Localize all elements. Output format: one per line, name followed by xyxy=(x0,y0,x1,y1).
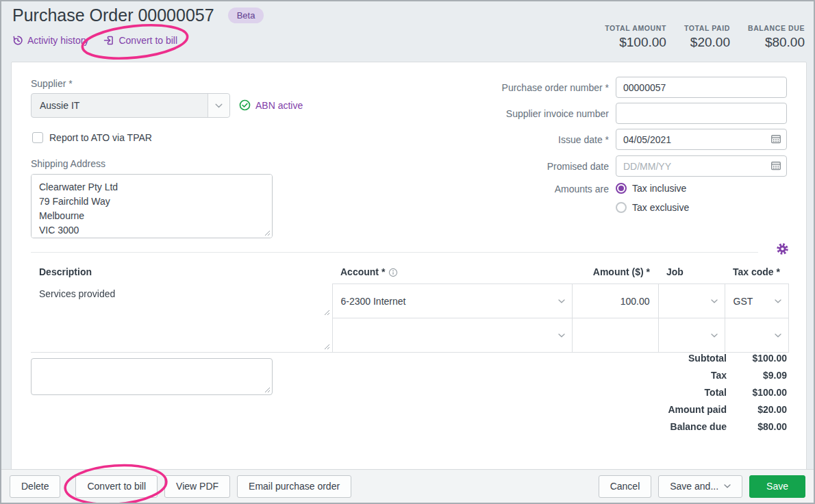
total-row: Total $100.00 xyxy=(668,383,787,401)
notes-wrap xyxy=(31,358,273,395)
tax-inclusive-radio[interactable]: Tax inclusive xyxy=(616,183,787,194)
chevron-down-icon[interactable] xyxy=(558,299,565,303)
save-and-dropdown-button[interactable]: Save and... xyxy=(658,475,742,498)
shipping-address-textarea[interactable]: Clearwater Pty Ltd 79 Fairchild Way Melb… xyxy=(31,174,273,238)
summary-total-amount: TOTAL AMOUNT $100.00 xyxy=(605,24,666,50)
supplier-invoice-input[interactable] xyxy=(616,103,787,124)
tax-code-header: Tax code * xyxy=(725,262,788,284)
amount-cell[interactable]: 100.00 xyxy=(572,284,658,318)
chevron-down-icon[interactable] xyxy=(775,299,781,303)
totals-panel: Subtotal $100.00 Tax $9.09 Total $100.00… xyxy=(668,349,787,435)
save-button[interactable]: Save xyxy=(749,475,805,498)
promised-date-label: Promised date xyxy=(368,161,616,172)
issue-date-row: Issue date * xyxy=(368,129,787,150)
supplier-label: Supplier * xyxy=(31,78,73,89)
amount-cell[interactable] xyxy=(572,318,658,353)
chevron-down-icon[interactable] xyxy=(775,333,781,338)
supplier-invoice-row: Supplier invoice number xyxy=(368,103,787,124)
supplier-combobox[interactable]: Aussie IT xyxy=(31,93,230,118)
header-links: Activity history Convert to bill xyxy=(12,35,177,46)
description-cell[interactable]: Services provided xyxy=(31,284,332,318)
convert-to-bill-link-label: Convert to bill xyxy=(118,35,177,46)
info-icon[interactable] xyxy=(388,268,398,277)
line-item-row: Services provided 6-2300 Internet 100.00… xyxy=(31,284,788,318)
view-pdf-button[interactable]: View PDF xyxy=(164,475,230,498)
chevron-down-icon[interactable] xyxy=(558,333,565,338)
abn-status-label: ABN active xyxy=(255,100,303,111)
convert-to-bill-link[interactable]: Convert to bill xyxy=(103,35,177,46)
amount-header: Amount ($) * xyxy=(572,262,658,284)
description-cell[interactable] xyxy=(31,318,332,353)
tpar-checkbox[interactable] xyxy=(32,132,43,143)
section-divider xyxy=(31,252,758,253)
description-textarea[interactable]: Services provided xyxy=(31,284,332,317)
description-textarea[interactable] xyxy=(31,318,332,351)
line-items-table: Description Account * Amount ($) * Job T… xyxy=(31,262,789,353)
convert-to-bill-icon xyxy=(103,35,114,46)
tax-exclusive-radio[interactable]: Tax exclusive xyxy=(616,202,787,213)
amounts-are-label: Amounts are xyxy=(368,183,616,194)
line-item-row xyxy=(31,318,788,353)
history-icon xyxy=(12,35,23,46)
summary-totals: TOTAL AMOUNT $100.00 TOTAL PAID $20.00 B… xyxy=(605,24,805,50)
radio-icon[interactable] xyxy=(616,183,627,194)
calendar-icon[interactable] xyxy=(770,134,781,144)
chevron-down-icon xyxy=(724,484,731,488)
subtotal-row: Subtotal $100.00 xyxy=(668,349,787,366)
description-header: Description xyxy=(31,262,332,284)
supplier-invoice-label: Supplier invoice number xyxy=(368,108,616,119)
chevron-down-icon[interactable] xyxy=(711,333,718,338)
field-settings-gear-icon[interactable] xyxy=(777,243,788,255)
email-purchase-order-button[interactable]: Email purchase order xyxy=(237,475,351,498)
job-cell[interactable] xyxy=(658,318,725,353)
chevron-down-icon[interactable] xyxy=(711,299,718,303)
tax-code-cell[interactable]: GST xyxy=(725,284,788,318)
amount-paid-row: Amount paid $20.00 xyxy=(668,401,787,418)
notes-textarea[interactable] xyxy=(31,358,273,395)
radio-icon[interactable] xyxy=(616,202,627,213)
tax-row: Tax $9.09 xyxy=(668,366,787,383)
promised-date-input[interactable] xyxy=(616,155,787,177)
chevron-down-icon[interactable] xyxy=(208,94,229,117)
activity-history-link[interactable]: Activity history xyxy=(12,35,88,46)
summary-total-paid: TOTAL PAID $20.00 xyxy=(684,24,730,50)
activity-history-label: Activity history xyxy=(27,35,88,46)
beta-badge: Beta xyxy=(228,8,264,23)
convert-to-bill-button[interactable]: Convert to bill xyxy=(75,475,158,498)
line-items-header-row: Description Account * Amount ($) * Job T… xyxy=(31,262,788,284)
check-circle-icon xyxy=(239,99,251,111)
account-header: Account * xyxy=(332,262,572,284)
tax-exclusive-label: Tax exclusive xyxy=(632,202,689,213)
issue-date-label: Issue date * xyxy=(368,134,616,145)
cancel-button[interactable]: Cancel xyxy=(599,475,652,498)
po-number-row: Purchase order number * xyxy=(368,77,787,98)
tpar-checkbox-label: Report to ATO via TPAR xyxy=(49,132,152,143)
header: Purchase Order 00000057 Beta xyxy=(12,5,264,25)
tpar-checkbox-row[interactable]: Report to ATO via TPAR xyxy=(32,132,152,143)
delete-button[interactable]: Delete xyxy=(10,475,60,498)
shipping-address-wrap: Clearwater Pty Ltd 79 Fairchild Way Melb… xyxy=(31,174,273,238)
job-header: Job xyxy=(658,262,725,284)
purchase-order-form-card: Supplier * Aussie IT ABN active Report t… xyxy=(11,62,807,471)
tax-code-cell[interactable] xyxy=(725,318,788,353)
summary-balance-due: BALANCE DUE $80.00 xyxy=(748,24,805,50)
po-number-input[interactable] xyxy=(616,77,787,98)
job-cell[interactable] xyxy=(658,284,725,318)
tax-inclusive-label: Tax inclusive xyxy=(632,183,686,194)
supplier-value: Aussie IT xyxy=(32,100,208,111)
page-title: Purchase Order 00000057 xyxy=(12,5,214,25)
abn-status-link[interactable]: ABN active xyxy=(239,99,303,111)
shipping-address-label: Shipping Address xyxy=(31,158,105,169)
account-cell[interactable]: 6-2300 Internet xyxy=(332,284,572,318)
action-bar: Delete Convert to bill View PDF Email pu… xyxy=(1,469,814,503)
calendar-icon[interactable] xyxy=(770,160,781,171)
purchase-order-window: Purchase Order 00000057 Beta Activity hi… xyxy=(0,0,815,504)
promised-date-row: Promised date xyxy=(368,155,787,177)
balance-due-row: Balance due $80.00 xyxy=(668,418,787,435)
account-cell[interactable] xyxy=(332,318,572,353)
amounts-are-row: Amounts are Tax inclusive Tax exclusive xyxy=(368,183,787,213)
po-number-label: Purchase order number * xyxy=(368,82,616,93)
issue-date-input[interactable] xyxy=(616,129,787,150)
